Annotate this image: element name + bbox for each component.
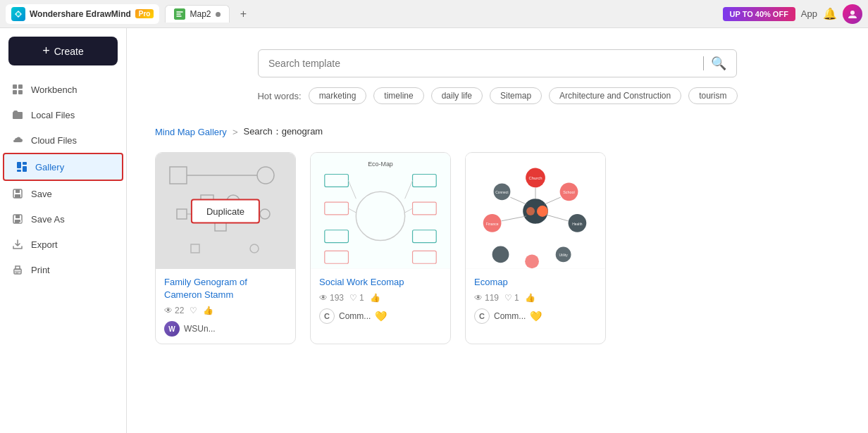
duplicate-button[interactable]: Duplicate <box>191 199 260 223</box>
svg-rect-5 <box>13 90 17 94</box>
workbench-label: Workbench <box>31 84 78 95</box>
breadcrumb-current: Search：genogram <box>243 125 323 138</box>
svg-point-0 <box>17 12 20 15</box>
hot-word-marketing[interactable]: marketing <box>309 87 367 104</box>
svg-text:Finance: Finance <box>486 222 499 226</box>
views-3: 👁 119 <box>474 293 499 303</box>
gallery-card-2[interactable]: Eco-Map <box>310 152 451 344</box>
tab-modified-dot <box>216 12 221 17</box>
sidebar-item-export[interactable]: Export <box>0 232 126 257</box>
search-area: 🔍 Hot words: marketing timeline daily li… <box>127 28 868 118</box>
promo-button[interactable]: UP TO 40% OFF <box>723 7 795 21</box>
likes-1: ♡ <box>190 306 197 315</box>
sidebar-item-save[interactable]: Save <box>0 181 126 206</box>
card-thumbnail-1: Duplicate <box>156 153 295 269</box>
app-logo: Wondershare EdrawMind Pro <box>6 4 159 24</box>
sidebar-item-save-as[interactable]: Save As <box>0 206 126 232</box>
gallery-icon <box>16 161 28 173</box>
save-as-label: Save As <box>31 214 65 225</box>
views-2: 👁 193 <box>319 293 344 303</box>
local-files-icon <box>11 108 24 121</box>
sidebar-item-local-files[interactable]: Local Files <box>0 102 126 127</box>
tab-label: Map2 <box>190 9 211 19</box>
save-icon <box>11 187 24 200</box>
svg-point-68 <box>537 206 548 217</box>
svg-text:Health: Health <box>572 222 583 226</box>
main-layout: + Create Workbench Local Files Cloud Fil… <box>0 28 868 433</box>
hot-word-tourism[interactable]: tourism <box>688 87 737 104</box>
title-bar: Wondershare EdrawMind Pro Map2 + UP TO 4… <box>0 0 868 28</box>
author-avatar-3: C <box>474 308 490 324</box>
card-title-2: Social Work Ecomap <box>319 276 442 289</box>
like-count-3: 1 <box>514 293 519 303</box>
svg-rect-3 <box>13 84 17 89</box>
card-meta-3: 👁 119 ♡ 1 👍 <box>474 293 597 303</box>
notification-icon[interactable]: 🔔 <box>823 7 837 20</box>
svg-point-2 <box>850 11 855 15</box>
sidebar-item-cloud-files[interactable]: Cloud Files <box>0 127 126 153</box>
svg-text:Eco-Map: Eco-Map <box>368 161 393 168</box>
svg-rect-19 <box>16 273 18 274</box>
heart-icon-2: ♡ <box>349 293 357 303</box>
gallery-card-3[interactable]: Church School Health Utility Finance Con… <box>465 152 606 344</box>
author-name-1: WSUn... <box>184 324 216 334</box>
like-count-2: 1 <box>359 293 364 303</box>
print-label: Print <box>31 265 50 275</box>
add-tab-button[interactable]: + <box>235 6 252 23</box>
svg-rect-9 <box>23 166 27 172</box>
hot-word-timeline[interactable]: timeline <box>373 87 423 104</box>
views-1: 👁 22 <box>164 306 184 315</box>
thumbs-3: 👍 <box>525 293 535 303</box>
hot-word-sitemap[interactable]: Sitemap <box>490 87 542 104</box>
tab-icon <box>174 8 185 20</box>
pro-badge: Pro <box>135 9 154 18</box>
local-files-label: Local Files <box>31 110 75 120</box>
current-tab[interactable]: Map2 <box>165 5 229 23</box>
likes-3: ♡ 1 <box>504 293 519 303</box>
eye-icon-3: 👁 <box>474 293 483 303</box>
svg-text:Church: Church <box>528 176 542 180</box>
search-input[interactable] <box>268 58 696 69</box>
svg-rect-7 <box>17 162 21 168</box>
eye-icon-1: 👁 <box>164 306 173 315</box>
svg-point-58 <box>525 254 539 268</box>
hot-word-daily-life[interactable]: daily life <box>431 87 483 104</box>
view-count-2: 193 <box>330 293 344 303</box>
thumbs-icon-2: 👍 <box>370 293 380 303</box>
svg-rect-8 <box>23 162 27 165</box>
author-name-2: Comm... <box>339 311 371 321</box>
user-avatar[interactable] <box>843 4 862 24</box>
gallery-grid: Duplicate Family Genogram of Cameron Sta… <box>127 145 868 365</box>
heart-icon-3: ♡ <box>504 293 512 303</box>
thumbs-icon-1: 👍 <box>203 306 213 315</box>
svg-rect-6 <box>18 90 23 94</box>
export-label: Export <box>31 239 58 250</box>
gallery-card-1[interactable]: Duplicate Family Genogram of Cameron Sta… <box>155 152 296 344</box>
sidebar-item-print[interactable]: Print <box>0 257 126 282</box>
card-author-1: W WSUn... <box>164 321 287 337</box>
card-thumbnail-2: Eco-Map <box>311 153 450 269</box>
card-title-1: Family Genogram of Cameron Stamm <box>164 276 287 301</box>
thumbs-2: 👍 <box>370 293 380 303</box>
card-author-3: C Comm... 💛 <box>474 308 597 324</box>
sidebar-item-gallery[interactable]: Gallery <box>3 153 123 181</box>
title-bar-right: UP TO 40% OFF App 🔔 <box>723 4 862 24</box>
create-button[interactable]: + Create <box>8 37 118 65</box>
app-button[interactable]: App <box>801 8 817 19</box>
eye-icon-2: 👁 <box>319 293 328 303</box>
hot-words-bar: Hot words: marketing timeline daily life… <box>257 87 737 104</box>
author-name-3: Comm... <box>494 311 526 321</box>
cloud-files-icon <box>11 134 24 146</box>
breadcrumb-gallery-link[interactable]: Mind Map Gallery <box>155 127 227 137</box>
search-box[interactable]: 🔍 <box>258 49 737 77</box>
hot-word-architecture[interactable]: Architecture and Construction <box>549 87 681 104</box>
search-button[interactable]: 🔍 <box>711 56 726 71</box>
create-label: Create <box>54 46 84 57</box>
sidebar-item-workbench[interactable]: Workbench <box>0 77 126 102</box>
premium-icon-2: 💛 <box>375 310 387 322</box>
plus-icon: + <box>42 44 50 58</box>
breadcrumb-separator: > <box>232 127 238 137</box>
card-body-3: Ecomap 👁 119 ♡ 1 👍 <box>466 269 605 331</box>
heart-icon-1: ♡ <box>190 306 197 315</box>
save-as-icon <box>11 213 24 225</box>
